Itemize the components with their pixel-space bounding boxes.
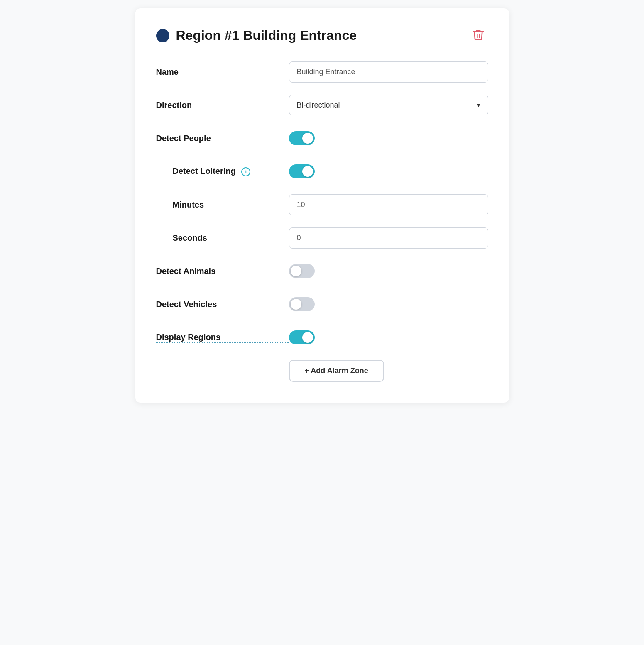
display-regions-label: Display Regions bbox=[156, 332, 289, 343]
detect-people-row: Detect People bbox=[156, 127, 488, 149]
detect-animals-control bbox=[289, 264, 488, 278]
detect-vehicles-label: Detect Vehicles bbox=[156, 300, 289, 309]
display-regions-control bbox=[289, 330, 488, 344]
detect-people-label: Detect People bbox=[156, 134, 289, 143]
detect-loitering-row: Detect Loitering i bbox=[156, 161, 488, 182]
region-card: Region #1 Building Entrance Name Directi… bbox=[135, 8, 509, 403]
detect-animals-label: Detect Animals bbox=[156, 266, 289, 276]
detect-people-toggle[interactable] bbox=[289, 131, 315, 145]
detect-loitering-control bbox=[289, 164, 488, 178]
detect-vehicles-slider bbox=[289, 297, 315, 311]
detect-vehicles-control bbox=[289, 297, 488, 311]
detect-loitering-label: Detect Loitering i bbox=[156, 166, 289, 176]
detect-vehicles-toggle[interactable] bbox=[289, 297, 315, 311]
seconds-row: Seconds bbox=[156, 227, 488, 249]
minutes-input[interactable] bbox=[289, 194, 488, 215]
detect-animals-toggle[interactable] bbox=[289, 264, 315, 278]
info-icon[interactable]: i bbox=[241, 167, 250, 176]
display-regions-row: Display Regions bbox=[156, 327, 488, 348]
add-alarm-row: + Add Alarm Zone bbox=[156, 360, 488, 382]
delete-button[interactable] bbox=[468, 25, 488, 46]
add-alarm-button[interactable]: + Add Alarm Zone bbox=[289, 360, 384, 382]
display-regions-toggle[interactable] bbox=[289, 330, 315, 344]
detect-vehicles-row: Detect Vehicles bbox=[156, 293, 488, 315]
detect-animals-slider bbox=[289, 264, 315, 278]
seconds-input[interactable] bbox=[289, 227, 488, 249]
minutes-control bbox=[289, 194, 488, 215]
detect-loitering-toggle[interactable] bbox=[289, 164, 315, 178]
direction-label: Direction bbox=[156, 100, 289, 110]
detect-people-control bbox=[289, 131, 488, 145]
region-dot bbox=[156, 29, 169, 42]
name-label: Name bbox=[156, 67, 289, 77]
display-regions-slider bbox=[289, 330, 315, 344]
direction-row: Direction Bi-directionalUnidirectionalNo… bbox=[156, 94, 488, 116]
direction-select[interactable]: Bi-directionalUnidirectionalNone bbox=[289, 95, 488, 115]
name-row: Name bbox=[156, 61, 488, 83]
name-control bbox=[289, 61, 488, 83]
minutes-label: Minutes bbox=[156, 200, 289, 210]
detect-people-slider bbox=[289, 131, 315, 145]
trash-icon bbox=[472, 28, 485, 42]
page-title: Region #1 Building Entrance bbox=[176, 28, 357, 43]
region-header: Region #1 Building Entrance bbox=[156, 25, 488, 46]
detect-animals-row: Detect Animals bbox=[156, 260, 488, 282]
seconds-label: Seconds bbox=[156, 233, 289, 243]
direction-control: Bi-directionalUnidirectionalNone ▼ bbox=[289, 95, 488, 115]
name-input[interactable] bbox=[289, 61, 488, 83]
minutes-row: Minutes bbox=[156, 194, 488, 215]
seconds-control bbox=[289, 227, 488, 249]
header-left: Region #1 Building Entrance bbox=[156, 28, 357, 43]
detect-loitering-slider bbox=[289, 164, 315, 178]
